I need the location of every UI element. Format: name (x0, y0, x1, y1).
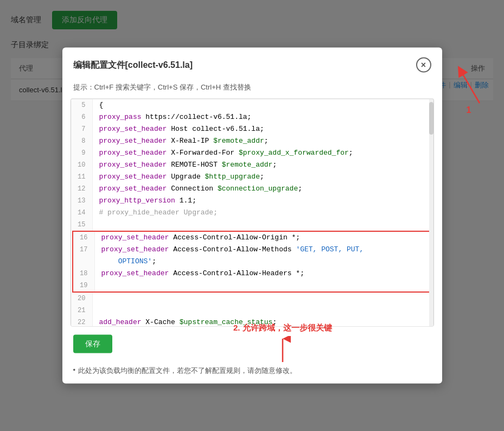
code-line-18: 18 proxy_set_header Access-Control-Allow… (73, 268, 431, 280)
code-line-14: 14 # proxy_hide_header Upgrade; (71, 207, 433, 219)
code-line-16: 16 proxy_set_header Access-Control-Allow… (73, 232, 431, 244)
highlight-block: 16 proxy_set_header Access-Control-Allow… (72, 231, 432, 293)
code-line-11: 11 proxy_set_header Upgrade $http_upgrad… (71, 171, 433, 183)
code-editor[interactable]: 5 { 6 proxy_pass https://collect-v6.51.l… (71, 99, 434, 327)
code-line-13: 13 proxy_http_version 1.1; (71, 195, 433, 207)
save-button[interactable]: 保存 (73, 335, 112, 353)
modal-footer: 保存 (62, 327, 442, 362)
code-line-21: 21 (71, 305, 433, 316)
code-line-15: 15 (71, 219, 433, 231)
code-line-10: 10 proxy_set_header REMOTE-HOST $remote_… (71, 159, 433, 171)
code-line-19: 19 (73, 280, 431, 291)
scrollbar-track (429, 99, 433, 326)
code-line-5: 5 { (71, 99, 433, 111)
code-line-22: 22 add_header X-Cache $upstream_cache_st… (71, 316, 433, 327)
modal-title: 编辑配置文件[collect-v6.51.la] (73, 59, 193, 71)
code-line-12: 12 proxy_set_header Connection $connecti… (71, 183, 433, 195)
code-line-8: 8 proxy_set_header X-Real-IP $remote_add… (71, 135, 433, 147)
modal-header: 编辑配置文件[collect-v6.51.la] × (62, 48, 442, 78)
code-line-17b: OPTIONS'; (73, 256, 431, 268)
close-button[interactable]: × (416, 58, 431, 73)
code-line-17: 17 proxy_set_header Access-Control-Allow… (73, 244, 431, 256)
code-line-20: 20 (71, 293, 433, 305)
code-line-6: 6 proxy_pass https://collect-v6.51.la; (71, 111, 433, 123)
modal-note: • 此处为该负载均衡的配置文件，若您不了解配置规则，请勿随意修改。 (62, 362, 442, 384)
modal-hint: 提示：Ctrl+F 搜索关键字，Ctrl+S 保存，Ctrl+H 查找替换 (62, 78, 442, 99)
code-line-7: 7 proxy_set_header Host collect-v6.51.la… (71, 123, 433, 135)
scrollbar-thumb[interactable] (429, 102, 433, 135)
code-line-9: 9 proxy_set_header X-Forwarded-For $prox… (71, 147, 433, 159)
edit-config-modal: 编辑配置文件[collect-v6.51.la] × 提示：Ctrl+F 搜索关… (62, 48, 442, 384)
